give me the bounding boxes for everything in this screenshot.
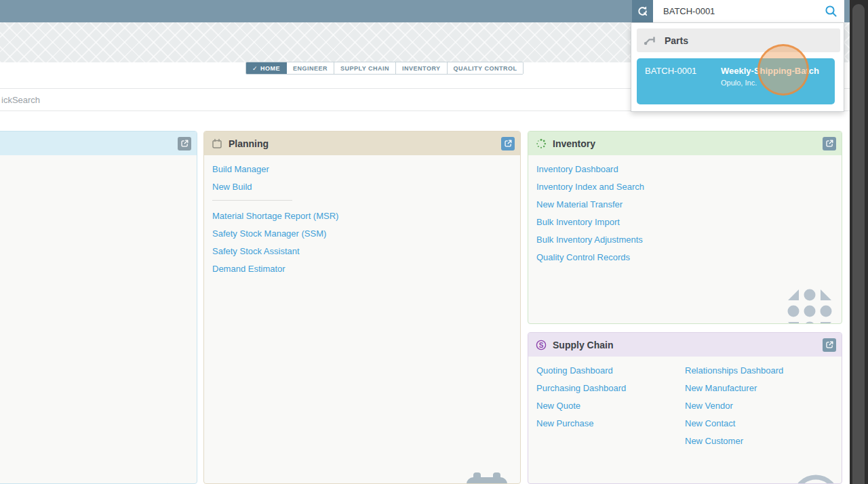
search-input[interactable]: BATCH-0001 xyxy=(653,0,844,22)
panel-inventory: Inventory Inventory Dashboard Inventory … xyxy=(528,131,842,324)
tab-home[interactable]: ✓ HOME xyxy=(246,62,287,74)
link-new-manufacturer[interactable]: New Manufacturer xyxy=(685,384,833,392)
open-panel-button[interactable] xyxy=(823,137,836,150)
panel-inventory-header: Inventory xyxy=(528,132,842,155)
panel-title: Supply Chain xyxy=(553,340,613,350)
svg-text:S: S xyxy=(805,480,827,484)
external-link-icon xyxy=(180,139,189,148)
supply-chain-icon: S xyxy=(536,340,547,350)
link-safety-stock-assistant[interactable]: Safety Stock Assistant xyxy=(212,247,512,256)
link-quality-control-records[interactable]: Quality Control Records xyxy=(536,253,833,262)
link-demand-estimator[interactable]: Demand Estimator xyxy=(212,264,512,273)
tab-label: QUALITY CONTROL xyxy=(454,65,517,72)
main-nav-tabs: ✓ HOME ENGINEER SUPPLY CHAIN INVENTORY Q… xyxy=(245,62,524,75)
link-material-shortage-report[interactable]: Material Shortage Report (MSR) xyxy=(212,211,512,220)
panel-left-header xyxy=(0,132,197,155)
tab-inventory[interactable]: INVENTORY xyxy=(396,62,448,74)
panel-planning: Planning Build Manager New Build Materia… xyxy=(203,131,521,484)
page-scrollbar[interactable] xyxy=(850,0,868,484)
parts-icon xyxy=(644,35,656,45)
gauge-watermark-icon xyxy=(148,480,197,484)
click-highlight-ring xyxy=(757,44,809,96)
external-link-icon xyxy=(825,340,834,349)
link-bulk-inventory-adjustments[interactable]: Bulk Inventory Adjustments xyxy=(536,235,833,244)
link-new-customer[interactable]: New Customer xyxy=(685,437,833,445)
link-quoting-dashboard[interactable]: Quoting Dashboard xyxy=(536,366,685,375)
result-part-number: BATCH-0001 xyxy=(645,66,721,76)
panel-supply-chain-header: S Supply Chain xyxy=(528,333,842,357)
tab-quality-control[interactable]: QUALITY CONTROL xyxy=(448,62,524,74)
supply-chain-watermark-icon: S xyxy=(789,472,842,484)
link-new-purchase[interactable]: New Purchase xyxy=(536,419,685,428)
search-icon[interactable] xyxy=(825,5,837,18)
calendar-icon xyxy=(212,138,222,149)
panel-title: Inventory xyxy=(553,138,595,149)
link-new-quote[interactable]: New Quote xyxy=(536,401,685,410)
link-new-material-transfer[interactable]: New Material Transfer xyxy=(536,200,833,209)
open-panel-button[interactable] xyxy=(823,338,836,352)
link-bulk-inventory-import[interactable]: Bulk Inventory Import xyxy=(536,218,833,226)
results-section-label: Parts xyxy=(665,35,688,46)
external-link-icon xyxy=(504,139,513,148)
inventory-dots-icon xyxy=(536,138,547,149)
quicksearch-icon xyxy=(637,5,648,17)
inventory-watermark-icon xyxy=(787,289,832,324)
results-section-header: Parts xyxy=(637,28,840,52)
svg-text:S: S xyxy=(539,341,544,348)
panel-planning-header: Planning xyxy=(204,132,520,155)
quicksearch-input[interactable]: ickSearch xyxy=(0,95,40,105)
tab-label: ENGINEER xyxy=(293,65,328,72)
search-results-dropdown: Parts BATCH-0001 Weekly-Shipping-Batch O… xyxy=(631,22,844,112)
tab-engineer[interactable]: ENGINEER xyxy=(287,62,334,74)
link-inventory-index-and-search[interactable]: Inventory Index and Search xyxy=(536,182,833,191)
tab-label: HOME xyxy=(260,65,280,72)
panel-inventory-body: Inventory Dashboard Inventory Index and … xyxy=(528,155,842,280)
open-panel-button[interactable] xyxy=(178,137,191,150)
open-panel-button[interactable] xyxy=(501,137,515,150)
quicksearch-button[interactable] xyxy=(632,0,653,22)
scrollbar-thumb[interactable] xyxy=(852,4,865,484)
tab-label: INVENTORY xyxy=(402,65,441,72)
link-purchasing-dashboard[interactable]: Purchasing Dashboard xyxy=(536,384,685,392)
search-input-value: BATCH-0001 xyxy=(663,6,825,16)
tab-label: SUPPLY CHAIN xyxy=(340,65,389,72)
panel-left xyxy=(0,131,197,484)
calendar-watermark-icon xyxy=(465,472,509,484)
panel-supply-chain: S Supply Chain Quoting Dashboard Purchas… xyxy=(528,332,842,484)
check-icon: ✓ xyxy=(252,65,258,72)
tab-supply-chain[interactable]: SUPPLY CHAIN xyxy=(334,62,396,74)
links-divider xyxy=(212,200,292,201)
link-safety-stock-manager[interactable]: Safety Stock Manager (SSM) xyxy=(212,229,512,238)
global-search-bar: BATCH-0001 xyxy=(632,0,844,22)
supply-chain-column-1: Quoting Dashboard Purchasing Dashboard N… xyxy=(536,366,685,454)
link-inventory-dashboard[interactable]: Inventory Dashboard xyxy=(536,165,833,174)
link-relationships-dashboard[interactable]: Relationships Dashboard xyxy=(685,366,833,375)
supply-chain-column-2: Relationships Dashboard New Manufacturer… xyxy=(685,366,833,454)
link-new-contact[interactable]: New Contact xyxy=(685,419,833,428)
link-new-build[interactable]: New Build xyxy=(212,182,512,191)
link-new-vendor[interactable]: New Vendor xyxy=(685,401,833,410)
panel-planning-body: Build Manager New Build Material Shortag… xyxy=(204,155,520,291)
external-link-icon xyxy=(825,139,834,148)
panel-supply-chain-body: Quoting Dashboard Purchasing Dashboard N… xyxy=(528,357,842,464)
link-build-manager[interactable]: Build Manager xyxy=(212,165,512,174)
panel-title: Planning xyxy=(229,138,269,149)
panel-left-body xyxy=(0,155,197,174)
app-window: ✓ HOME ENGINEER SUPPLY CHAIN INVENTORY Q… xyxy=(0,0,868,484)
